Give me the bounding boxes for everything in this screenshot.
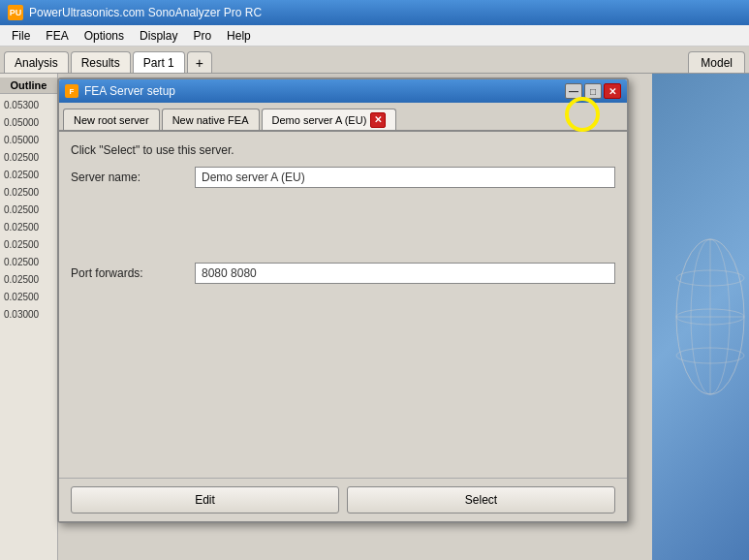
- server-name-label: Server name:: [71, 171, 187, 184]
- title-bar: PU PowerUltrasonics.com SonoAnalyzer Pro…: [0, 0, 749, 25]
- tab-results[interactable]: Results: [71, 51, 131, 73]
- outline-val-11: 0.02500: [2, 288, 55, 305]
- outline-val-7: 0.02500: [2, 218, 55, 235]
- outline-val-12: 0.03000: [2, 305, 55, 323]
- outline-val-3: 0.02500: [2, 148, 55, 166]
- dialog-icon: F: [65, 84, 78, 98]
- outline-val-0: 0.05300: [2, 96, 55, 113]
- outline-val-10: 0.02500: [2, 270, 55, 288]
- port-forwards-row: Port forwards:: [71, 263, 615, 284]
- body-spacer: [71, 196, 615, 255]
- app-icon: PU: [8, 5, 23, 20]
- dialog-title-bar: F FEA Server setup — □ ✕: [59, 79, 627, 103]
- menu-file[interactable]: File: [4, 27, 38, 45]
- dialog-tab-close-button[interactable]: ✕: [370, 112, 386, 128]
- server-name-input[interactable]: [195, 167, 615, 188]
- dialog-overlay: F FEA Server setup — □ ✕ New root server…: [53, 74, 657, 560]
- edit-button[interactable]: Edit: [71, 486, 339, 513]
- tab-part1[interactable]: Part 1: [133, 51, 185, 73]
- menu-fea[interactable]: FEA: [38, 27, 76, 45]
- dialog-tab-bar: New root server New native FEA Demo serv…: [59, 103, 627, 132]
- dialog-minimize-button[interactable]: —: [565, 83, 582, 99]
- dialog-title: FEA Server setup: [84, 84, 175, 98]
- right-3d-panel: [652, 74, 749, 560]
- dialog-button-bar: Edit Select: [59, 478, 627, 521]
- dialog-close-button[interactable]: ✕: [604, 83, 621, 99]
- select-button[interactable]: Select: [347, 486, 615, 513]
- outline-val-9: 0.02500: [2, 253, 55, 270]
- outline-val-8: 0.02500: [2, 235, 55, 253]
- tab-model[interactable]: Model: [688, 51, 745, 73]
- main-content: Outline 0.05300 0.05000 0.05000 0.02500 …: [0, 74, 749, 560]
- highlight-circle: [565, 97, 600, 132]
- dialog-maximize-button[interactable]: □: [584, 83, 602, 99]
- outline-val-1: 0.05000: [2, 113, 55, 131]
- server-name-row: Server name:: [71, 167, 615, 188]
- menu-help[interactable]: Help: [219, 27, 259, 45]
- dialog-body: Click "Select" to use this server. Serve…: [59, 132, 627, 478]
- port-forwards-input[interactable]: [195, 263, 615, 284]
- fea-dialog: F FEA Server setup — □ ✕ New root server…: [57, 78, 629, 523]
- dialog-tab-new-native[interactable]: New native FEA: [162, 109, 260, 130]
- outline-values: 0.05300 0.05000 0.05000 0.02500 0.02500 …: [0, 94, 57, 325]
- port-forwards-label: Port forwards:: [71, 266, 187, 280]
- menu-bar: File FEA Options Display Pro Help: [0, 25, 749, 47]
- dialog-tab-demo-server[interactable]: Demo server A (EU) ✕: [262, 109, 397, 130]
- menu-pro[interactable]: Pro: [185, 27, 219, 45]
- main-tab-bar: Analysis Results Part 1 + Model: [0, 47, 749, 74]
- 3d-mesh-graphic: [652, 220, 749, 414]
- app-title: PowerUltrasonics.com SonoAnalyzer Pro RC: [29, 6, 262, 19]
- tab-analysis[interactable]: Analysis: [4, 51, 69, 73]
- outline-val-2: 0.05000: [2, 131, 55, 148]
- dialog-tab-new-root[interactable]: New root server: [63, 109, 160, 130]
- outline-panel: Outline 0.05300 0.05000 0.05000 0.02500 …: [0, 74, 58, 560]
- outline-header: Outline: [0, 78, 57, 94]
- menu-display[interactable]: Display: [132, 27, 185, 45]
- tab-add-button[interactable]: +: [187, 51, 212, 73]
- outline-val-4: 0.02500: [2, 166, 55, 183]
- dialog-controls: — □ ✕: [565, 83, 621, 99]
- body-spacer-2: [71, 292, 615, 468]
- outline-val-5: 0.02500: [2, 183, 55, 201]
- menu-options[interactable]: Options: [77, 27, 132, 45]
- outline-val-6: 0.02500: [2, 201, 55, 218]
- click-info-text: Click "Select" to use this server.: [71, 141, 615, 159]
- dialog-title-text: F FEA Server setup: [65, 84, 175, 98]
